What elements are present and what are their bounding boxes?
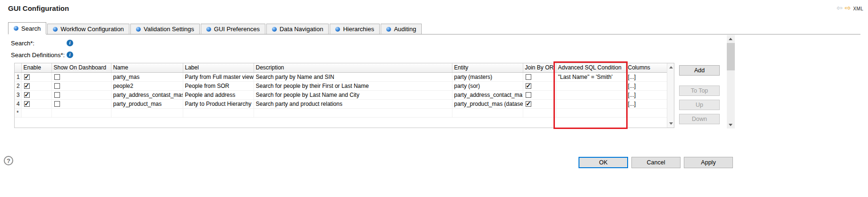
enable-checkbox[interactable] [24,101,30,107]
nav-forward-icon[interactable]: ⇨ [845,4,851,12]
show-on-dashboard-cell[interactable] [51,81,111,90]
entity-cell[interactable]: party (masters) [452,72,523,81]
label-cell[interactable] [183,108,254,117]
table-row[interactable]: 3 party_address_contast_mas People and a… [15,90,667,99]
description-cell[interactable]: Search party and product relations [254,99,452,108]
row-number[interactable]: 2 [15,81,21,90]
apply-button[interactable]: Apply [684,157,733,168]
help-icon[interactable]: ? [4,156,13,165]
col-header-label[interactable]: Label [183,63,254,72]
tab-hierarchies[interactable]: Hierarchies [330,24,380,34]
col-header-show-on-dashboard[interactable]: Show On Dashboard [51,63,111,72]
name-cell[interactable]: party_address_contast_mas [111,90,183,99]
row-number[interactable]: 3 [15,90,21,99]
label-cell[interactable]: Party to Product Hierarchy [183,99,254,108]
tab-validation-settings[interactable]: Validation Settings [130,24,200,34]
tab-search[interactable]: Search [8,22,46,34]
nav-back-icon[interactable]: ⇦ [836,4,842,12]
label-cell[interactable]: People from SOR [183,81,254,90]
join-by-or-cell[interactable] [523,108,556,117]
name-cell[interactable]: people2 [111,81,183,90]
row-number[interactable]: 1 [15,72,21,81]
description-cell[interactable]: Search for people by their First or Last… [254,81,452,90]
table-row[interactable]: 2 people2 People from SOR Search for peo… [15,81,667,90]
name-cell[interactable] [111,108,183,117]
table-scrollbar[interactable] [667,63,674,128]
cancel-button[interactable]: Cancel [631,157,681,168]
advanced-sql-cell[interactable] [556,108,626,117]
enable-cell[interactable] [21,99,51,108]
join-by-or-cell[interactable] [523,99,556,108]
advanced-sql-cell[interactable] [556,99,626,108]
col-header-columns[interactable]: Columns [626,63,667,72]
enable-checkbox[interactable] [24,92,30,98]
tab-workflow-configuration[interactable]: Workflow Configuration [47,24,129,34]
show-on-dashboard-checkbox[interactable] [54,92,60,98]
label-cell[interactable]: Party from Full master view [183,72,254,81]
description-cell[interactable]: Search for people by Last Name and City [254,90,452,99]
xml-view-button[interactable]: XML [853,5,863,11]
add-button[interactable]: Add [679,65,720,76]
name-cell[interactable]: party_mas [111,72,183,81]
vertical-scrollbar[interactable] [727,35,735,128]
table-row[interactable]: 1 party_mas Party from Full master view … [15,72,667,81]
col-header-entity[interactable]: Entity [452,63,523,72]
description-cell[interactable]: Search party by Name and SIN [254,72,452,81]
show-on-dashboard-checkbox[interactable] [54,74,60,80]
enable-cell[interactable] [21,81,51,90]
join-by-or-checkbox[interactable] [526,74,531,80]
scroll-up-icon[interactable] [669,66,673,69]
ok-button[interactable]: OK [579,157,628,168]
join-by-or-checkbox[interactable] [526,92,531,98]
name-cell[interactable]: party_product_mas [111,99,183,108]
row-number[interactable]: * [15,108,21,117]
columns-cell[interactable]: [...] [626,72,667,81]
enable-checkbox[interactable] [24,74,30,80]
entity-cell[interactable]: party_address_contact_ma... [452,90,523,99]
col-header-advanced-sql-condition[interactable]: Advanced SQL Condition [556,63,626,72]
join-by-or-cell[interactable] [523,90,556,99]
scrollbar-thumb[interactable] [727,43,735,70]
columns-cell[interactable]: [...] [626,99,667,108]
join-by-or-checkbox[interactable] [526,83,531,89]
table-row[interactable]: 4 party_product_mas Party to Product Hie… [15,99,667,108]
col-header-join-by-or[interactable]: Join By OR [523,63,556,72]
columns-cell[interactable]: [...] [626,90,667,99]
show-on-dashboard-cell[interactable] [51,90,111,99]
enable-checkbox[interactable] [24,83,30,89]
col-header-description[interactable]: Description [254,63,452,72]
enable-cell[interactable] [21,72,51,81]
advanced-sql-cell[interactable]: "Last Name" = 'Smith' [556,72,626,81]
show-on-dashboard-cell[interactable] [51,108,111,117]
tab-gui-preferences[interactable]: GUI Preferences [201,24,265,34]
tab-data-navigation[interactable]: Data Navigation [266,24,329,34]
tab-auditing[interactable]: Auditing [381,24,422,34]
advanced-sql-cell[interactable] [556,90,626,99]
table-row-new[interactable]: * [15,108,667,117]
advanced-sql-cell[interactable] [556,81,626,90]
enable-cell[interactable] [21,90,51,99]
columns-cell[interactable]: [...] [626,81,667,90]
join-by-or-cell[interactable] [523,72,556,81]
columns-cell[interactable] [626,108,667,117]
entity-cell[interactable]: party (sor) [452,81,523,90]
info-icon[interactable] [67,40,73,46]
row-number[interactable]: 4 [15,99,21,108]
col-header-enable[interactable]: Enable [21,63,51,72]
show-on-dashboard-checkbox[interactable] [54,101,60,107]
info-icon[interactable] [67,51,73,58]
col-header-name[interactable]: Name [111,63,183,72]
scroll-down-icon[interactable] [727,120,735,128]
scroll-up-icon[interactable] [727,35,735,43]
show-on-dashboard-checkbox[interactable] [54,83,60,89]
description-cell[interactable] [254,108,452,117]
scroll-down-icon[interactable] [669,122,673,125]
entity-cell[interactable] [452,108,523,117]
show-on-dashboard-cell[interactable] [51,72,111,81]
show-on-dashboard-cell[interactable] [51,99,111,108]
join-by-or-checkbox[interactable] [526,101,531,107]
join-by-or-cell[interactable] [523,81,556,90]
label-cell[interactable]: People and address [183,90,254,99]
enable-cell[interactable] [21,108,51,117]
entity-cell[interactable]: party_product_mas (dataset) [452,99,523,108]
